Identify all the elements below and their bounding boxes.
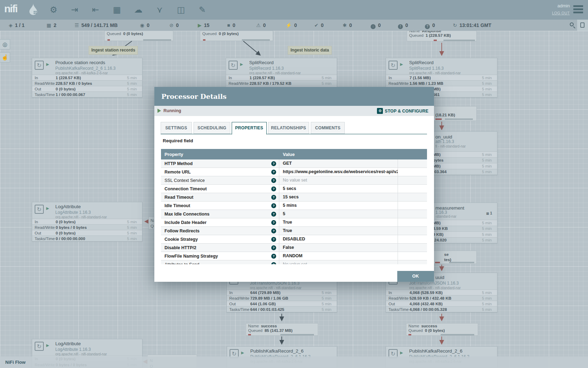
logout-link[interactable]: LOG OUT	[552, 11, 570, 15]
settings-panel-button[interactable]	[577, 20, 588, 31]
active-thread-badge: ▦1	[486, 211, 492, 215]
sync-failure-icon: ?	[425, 24, 430, 29]
process-group-toolbar-icon[interactable]: ▦	[110, 3, 124, 16]
running-status-icon	[158, 109, 161, 113]
backpressure-indicator	[242, 39, 270, 41]
funnel-toolbar-icon[interactable]: ⋎	[153, 3, 166, 16]
stopped-icon: ■	[227, 22, 230, 28]
help-icon[interactable]: ?	[271, 178, 276, 183]
properties-table: Property Value HTTP Method? GET Remote U…	[161, 149, 427, 264]
input-port-toolbar-icon[interactable]: ⇥	[68, 3, 81, 16]
backpressure-indicator	[408, 334, 411, 335]
running-status-text: Running	[163, 106, 181, 116]
refresh-status[interactable]: ↻13:01:41 GMT	[453, 20, 491, 31]
processor-stats: In644 (729.89 MB)5 min Read/Write729.89 …	[227, 289, 337, 312]
help-icon[interactable]: ?	[271, 237, 276, 242]
run-status-icon: ▶	[400, 350, 403, 355]
tab-comments[interactable]: COMMENTS	[311, 122, 345, 134]
backpressure-indicator	[280, 334, 314, 335]
app-header: nifi ⚙ ⇥ ⇤ ▦ ☁ ⋎ ◫ ✎ admin LOG OUT	[0, 0, 588, 20]
processor-type-icon: ↻	[35, 205, 44, 214]
backpressure-indicator	[203, 39, 205, 41]
backpressure-indicator	[445, 118, 473, 120]
refresh-icon: ↻	[453, 22, 457, 28]
property-row-http-method: HTTP Method? GET	[161, 159, 427, 168]
property-row-cookie-strategy: Cookie Strategy? DISABLED	[161, 235, 427, 244]
processor-produce-station-records[interactable]: ↻ ▶ Produce station records PublishKafka…	[32, 58, 142, 97]
dialog-tabs: SETTINGS SCHEDULING PROPERTIES RELATIONS…	[161, 122, 427, 134]
connection-label-success-mid[interactable]: Namesuccess Queued85 (141.37 MB)	[246, 323, 318, 336]
gear-icon: ⚙	[377, 108, 383, 114]
property-row-follow-redirects: Follow Redirects? True	[161, 227, 427, 235]
breadcrumb-root[interactable]: NiFi Flow	[5, 356, 26, 368]
last-refresh-time: 13:01:41 GMT	[460, 22, 491, 28]
remote-process-group-toolbar-icon[interactable]: ☁	[132, 3, 145, 16]
global-menu-icon[interactable]	[573, 5, 583, 14]
property-row-disable-http2: Disable HTTP/2? False	[161, 244, 427, 252]
invalid-icon: ⚠	[256, 22, 261, 28]
processor-toolbar-icon[interactable]: ⚙	[47, 3, 60, 16]
active-threads-icon: ▦	[47, 22, 51, 28]
help-icon[interactable]: ?	[271, 262, 276, 265]
property-row-read-timeout: Read Timeout? 15 secs	[161, 193, 427, 202]
stale-icon: ↑	[371, 24, 376, 29]
connection-label-success-right[interactable]: Namesuccess Queued0 (0 bytes)	[406, 323, 478, 336]
canvas-label-ingest-station[interactable]: Ingest station records	[89, 46, 138, 55]
transmitting-icon: ◉	[140, 22, 144, 28]
processor-logattribute-mid[interactable]: ↻ ▶ LogAttribute LogAttribute 1.16.3 org…	[32, 202, 142, 241]
property-row-include-date-header: Include Date Header? True	[161, 218, 427, 227]
help-icon[interactable]: ?	[271, 229, 276, 233]
tab-settings[interactable]: SETTINGS	[161, 122, 192, 134]
dialog-header: Processor Details	[154, 87, 434, 106]
help-icon[interactable]: ?	[271, 212, 276, 217]
connection-label-fragment-left[interactable]: Na Qu	[148, 217, 154, 229]
help-icon[interactable]: ?	[271, 220, 276, 225]
panel-icon	[580, 22, 584, 28]
property-row-ssl-context-service: SSL Context Service? No value set	[161, 176, 427, 185]
processor-stats: In4,068 (528.59 KB)5 min Read/Write528.5…	[386, 289, 497, 312]
run-status-icon: ▶	[46, 62, 49, 67]
help-icon[interactable]: ?	[271, 245, 276, 250]
dialog-status-row: Running ⚙ STOP & CONFIGURE	[154, 106, 434, 116]
ok-button[interactable]: OK	[397, 271, 434, 282]
processor-stats: In1 (228.57 KB)5 min Read/Write228.57 KB…	[32, 75, 142, 97]
cluster-icon: ◈	[9, 22, 13, 28]
navigate-palette-button[interactable]: ◎	[0, 39, 10, 49]
processor-details-dialog: Processor Details Running ⚙ STOP & CONFI…	[154, 87, 434, 282]
processor-type-icon: ↻	[35, 342, 44, 351]
tab-relationships[interactable]: RELATIONSHIPS	[268, 122, 309, 134]
navigate-icon: ◎	[2, 41, 7, 47]
help-icon[interactable]: ?	[271, 203, 276, 208]
help-icon[interactable]: ?	[271, 186, 276, 191]
up-to-date-icon: ✔	[314, 22, 318, 28]
not-transmitting-icon: ⊘	[169, 22, 174, 28]
help-icon[interactable]: ?	[271, 254, 276, 259]
operate-palette-button[interactable]: ☝	[0, 52, 10, 62]
nifi-app: NameResponse Queued0 (0 bytes) NameRespo…	[0, 0, 588, 368]
locally-modified-stale-icon: !	[398, 24, 403, 29]
queued-count: 549 / 141.71 MB	[82, 22, 118, 28]
queued-icon: ☰	[75, 22, 79, 28]
backpressure-indicator	[248, 334, 251, 335]
help-icon[interactable]: ?	[271, 161, 276, 166]
canvas-label-ingest-historic[interactable]: Ingest historic data	[288, 46, 332, 55]
help-icon[interactable]: ?	[271, 170, 276, 175]
label-toolbar-icon[interactable]: ✎	[196, 3, 209, 16]
required-field-note: Required field	[163, 138, 193, 143]
run-status-icon: ▶	[241, 350, 244, 355]
search-icon[interactable]	[569, 22, 576, 29]
tab-properties[interactable]: PROPERTIES	[232, 122, 267, 135]
properties-table-header: Property Value	[161, 149, 427, 159]
property-row-connection-timeout: Connection Timeout? 5 secs	[161, 185, 427, 193]
tab-scheduling[interactable]: SCHEDULING	[194, 122, 230, 134]
help-icon[interactable]: ?	[271, 195, 276, 200]
processor-stats: In0 (0 bytes)5 min Read/Write0 bytes / 0…	[32, 219, 142, 241]
backpressure-indicator	[441, 334, 474, 335]
current-user: admin	[558, 3, 570, 8]
stop-and-configure-button[interactable]: ⚙ STOP & CONFIGURE	[377, 106, 428, 116]
backpressure-indicator	[443, 40, 475, 41]
backpressure-indicator	[435, 118, 442, 120]
property-row-max-idle-connections: Max Idle Connections? 5	[161, 210, 427, 218]
template-toolbar-icon[interactable]: ◫	[174, 3, 188, 16]
output-port-toolbar-icon[interactable]: ⇤	[89, 3, 102, 16]
